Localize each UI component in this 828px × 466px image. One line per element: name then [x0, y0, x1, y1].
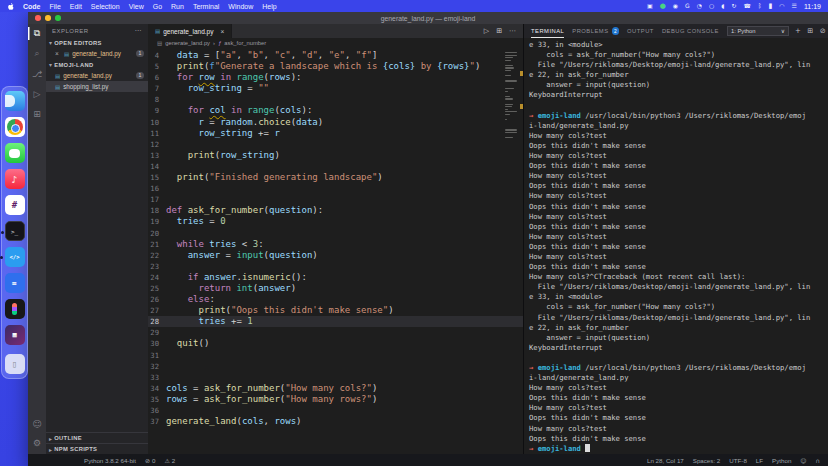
menu-terminal[interactable]: Terminal — [193, 3, 219, 10]
wifi-icon[interactable]: ◠ — [779, 3, 784, 9]
code-line[interactable]: 26 else: — [148, 294, 523, 305]
code-line[interactable]: 9 for col in range(cols): — [148, 105, 523, 116]
code-line[interactable]: 10 r = random.choice(data) — [148, 117, 523, 128]
tab-generate-land[interactable]: ▤ generate_land.py × — [148, 24, 232, 38]
menu-view[interactable]: View — [129, 3, 144, 10]
code-line[interactable]: 22 answer = input(question) — [148, 250, 523, 261]
window-titlebar[interactable]: generate_land.py — emoji-land — [28, 12, 828, 24]
code-line[interactable]: 23 — [148, 261, 523, 272]
code-line[interactable]: 27 print("Oops this didn't make sense") — [148, 305, 523, 316]
dock-figma[interactable] — [5, 299, 25, 319]
file-generate-land-py[interactable]: ×▤generate_land.py1 — [46, 48, 148, 59]
bluetooth-icon[interactable]: ᛒ — [758, 3, 762, 9]
dock-pages[interactable] — [5, 273, 25, 293]
terminal-output[interactable]: e 33, in <module> cols = ask_for_number(… — [524, 38, 828, 454]
code-line[interactable]: 20 — [148, 228, 523, 239]
explorer-icon[interactable]: ⧉ — [28, 27, 46, 40]
dock-terminal[interactable] — [5, 221, 25, 241]
code-line[interactable]: 34cols = ask_for_number("How many cols?"… — [148, 383, 523, 394]
code-line[interactable]: 30 quit() — [148, 338, 523, 349]
terminal-picker[interactable]: 1: Python ∨ — [727, 26, 789, 36]
search-icon[interactable]: ⌕ — [28, 47, 46, 60]
statusbar-eol[interactable]: LF — [756, 457, 763, 464]
run-debug-icon[interactable]: ▷ — [28, 87, 46, 100]
code-line[interactable]: 13 print(row_string) — [148, 150, 523, 161]
menu-run[interactable]: Run — [171, 3, 184, 10]
file-shopping-list-py[interactable]: ▤shopping_list.py — [46, 81, 148, 92]
split-editor-icon[interactable]: ⊞ — [496, 27, 502, 35]
menu-file[interactable]: File — [50, 3, 61, 10]
run-file-icon[interactable]: ▷ — [484, 27, 489, 35]
dock-media[interactable] — [5, 325, 25, 345]
breadcrumb[interactable]: ▤ generate_land.py › ƒ ask_for_number — [148, 38, 523, 48]
battery-icon[interactable]: ▮ — [769, 3, 773, 10]
google-icon[interactable]: G — [685, 3, 690, 9]
file-generate-land-py[interactable]: ▤generate_land.py1 — [46, 70, 148, 81]
section-npm-scripts[interactable]: ▸NPM SCRIPTS — [46, 443, 148, 454]
dock-vscode[interactable] — [5, 247, 25, 267]
open-editors-header[interactable]: ▾ OPEN EDITORS — [46, 37, 148, 48]
apple-menu-icon[interactable] — [7, 2, 14, 11]
statusbar-feedback[interactable]: ☺ — [800, 457, 806, 464]
close-tab-icon[interactable]: × — [220, 28, 224, 35]
account-icon[interactable]: ☺ — [28, 417, 46, 430]
chat-icon[interactable]: ◖ — [721, 3, 724, 9]
extensions-icon[interactable]: ⊞ — [28, 107, 46, 120]
statusbar-cursor-position[interactable]: Ln 28, Col 17 — [647, 457, 684, 464]
panel-tab-output[interactable]: OUTPUT — [627, 24, 654, 38]
menu-go[interactable]: Go — [153, 3, 162, 10]
dock-trash[interactable] — [5, 354, 25, 374]
close-window-button[interactable] — [35, 15, 41, 21]
statusbar-problems-errors[interactable]: ⊘0 — [145, 457, 155, 464]
clock[interactable]: 11:19 — [804, 3, 821, 10]
code-line[interactable]: 24 if answer.isnumeric(): — [148, 272, 523, 283]
kill-terminal-icon[interactable]: ⊘ — [820, 27, 826, 35]
record-icon[interactable]: ◉ — [673, 3, 678, 9]
more-actions-icon[interactable]: ⋯ — [135, 27, 143, 35]
more-actions-icon[interactable]: ⋯ — [509, 27, 516, 35]
code-line[interactable]: 37generate_land(cols, rows) — [148, 416, 523, 427]
code-line[interactable]: 8 — [148, 94, 523, 105]
code-line[interactable]: 11 row_string += r — [148, 128, 523, 139]
code-line[interactable]: 36 — [148, 405, 523, 416]
menu-selection[interactable]: Selection — [91, 3, 120, 10]
panel-tab-terminal[interactable]: TERMINAL — [531, 24, 564, 38]
code-line[interactable]: 6 for row in range(rows): — [148, 72, 523, 83]
menu-help[interactable]: Help — [262, 3, 276, 10]
phone-icon[interactable]: ☎ — [743, 3, 750, 9]
spotlight-icon[interactable]: ○ — [709, 3, 714, 9]
split-terminal-icon[interactable]: ⊞ — [807, 27, 813, 35]
statusbar-notifications[interactable]: ∩ — [816, 457, 820, 464]
code-editor[interactable]: 4 data = ["a", "b", "c", "d", "e", "f"]5… — [148, 48, 523, 454]
code-line[interactable]: 4 data = ["a", "b", "c", "d", "e", "f"] — [148, 50, 523, 61]
code-line[interactable]: 31 — [148, 350, 523, 361]
code-line[interactable]: 19 tries = 0 — [148, 216, 523, 227]
dock-slack[interactable] — [5, 195, 25, 215]
zoom-window-button[interactable] — [55, 15, 61, 21]
dock-chrome[interactable] — [5, 117, 25, 137]
code-line[interactable]: 28 tries += 1 — [148, 316, 523, 327]
code-line[interactable]: 16 — [148, 183, 523, 194]
menu-edit[interactable]: Edit — [70, 3, 82, 10]
statusbar-problems-warnings[interactable]: ⚠2 — [164, 457, 175, 464]
code-line[interactable]: 33 — [148, 372, 523, 383]
settings-icon[interactable]: ⚙ — [28, 436, 46, 449]
dock-finder[interactable] — [5, 91, 25, 111]
menu-code[interactable]: Code — [23, 3, 41, 10]
minimize-window-button[interactable] — [45, 15, 51, 21]
panel-tab-debug-console[interactable]: DEBUG CONSOLE — [662, 24, 719, 38]
control-center-icon[interactable]: ☰ — [792, 3, 797, 9]
code-line[interactable]: 25 return int(answer) — [148, 283, 523, 294]
close-icon[interactable]: × — [55, 50, 61, 57]
code-line[interactable]: 7 row_string = "" — [148, 83, 523, 94]
new-terminal-icon[interactable]: + — [795, 27, 801, 35]
code-line[interactable]: 5 print(f"Generate a landscape which is … — [148, 61, 523, 72]
code-line[interactable]: 12 — [148, 139, 523, 150]
code-line[interactable]: 18def ask_for_number(question): — [148, 205, 523, 216]
minimap[interactable] — [505, 52, 518, 140]
screen-mirroring-icon[interactable]: ▣ — [647, 3, 653, 9]
code-line[interactable]: 29 — [148, 327, 523, 338]
code-line[interactable]: 35rows = ask_for_number("How many rows?"… — [148, 394, 523, 405]
dock-music[interactable] — [5, 169, 25, 189]
statusbar-indentation[interactable]: Spaces: 2 — [693, 457, 721, 464]
